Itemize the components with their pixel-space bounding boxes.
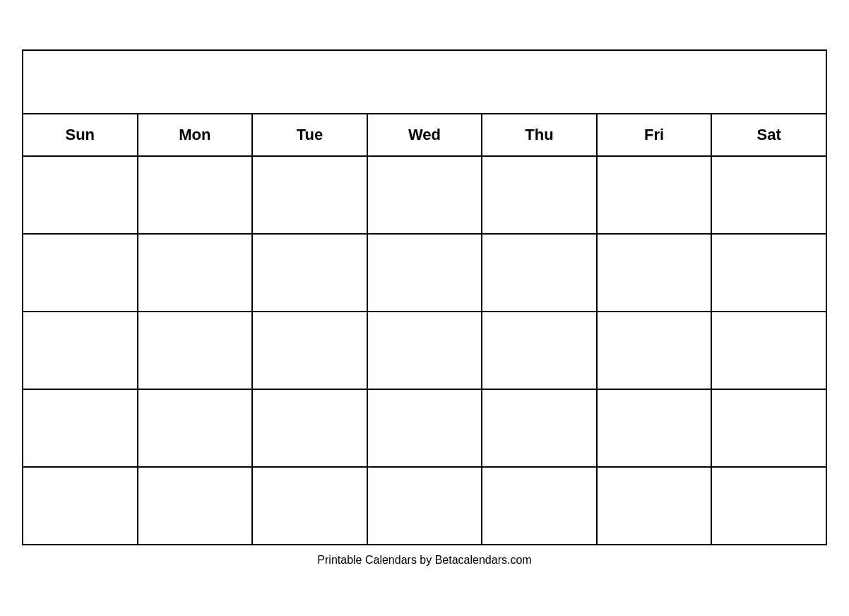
week-row-2 [23, 312, 826, 389]
day-cell-4-6[interactable] [711, 467, 826, 545]
week-row-4 [23, 467, 826, 545]
header-sat: Sat [711, 114, 826, 156]
day-cell-2-0[interactable] [23, 312, 138, 389]
day-cell-1-4[interactable] [482, 234, 597, 312]
calendar-table: Sun Mon Tue Wed Thu Fri Sat [22, 49, 827, 545]
calendar-wrapper: Sun Mon Tue Wed Thu Fri Sat Printable Ca… [22, 49, 827, 567]
day-cell-3-6[interactable] [711, 389, 826, 467]
day-cell-2-3[interactable] [367, 312, 482, 389]
day-cell-3-2[interactable] [252, 389, 367, 467]
day-cell-0-6[interactable] [711, 156, 826, 234]
day-cell-2-6[interactable] [711, 312, 826, 389]
day-cell-0-2[interactable] [252, 156, 367, 234]
day-cell-2-2[interactable] [252, 312, 367, 389]
day-cell-4-1[interactable] [138, 467, 253, 545]
day-cell-0-3[interactable] [367, 156, 482, 234]
day-cell-1-6[interactable] [711, 234, 826, 312]
day-cell-4-5[interactable] [597, 467, 712, 545]
calendar-body [23, 156, 826, 545]
day-cell-1-1[interactable] [138, 234, 253, 312]
header-mon: Mon [138, 114, 253, 156]
day-cell-0-5[interactable] [597, 156, 712, 234]
week-row-1 [23, 234, 826, 312]
day-cell-4-4[interactable] [482, 467, 597, 545]
day-cell-1-3[interactable] [367, 234, 482, 312]
day-cell-0-1[interactable] [138, 156, 253, 234]
week-row-0 [23, 156, 826, 234]
calendar-title-cell [23, 50, 826, 114]
header-thu: Thu [482, 114, 597, 156]
day-cell-3-0[interactable] [23, 389, 138, 467]
header-row: Sun Mon Tue Wed Thu Fri Sat [23, 114, 826, 156]
day-cell-1-0[interactable] [23, 234, 138, 312]
header-fri: Fri [597, 114, 712, 156]
header-sun: Sun [23, 114, 138, 156]
day-cell-4-2[interactable] [252, 467, 367, 545]
footer-text: Printable Calendars by Betacalendars.com [317, 554, 531, 567]
title-row [23, 50, 826, 114]
day-cell-0-0[interactable] [23, 156, 138, 234]
day-cell-1-2[interactable] [252, 234, 367, 312]
day-cell-4-0[interactable] [23, 467, 138, 545]
day-cell-3-4[interactable] [482, 389, 597, 467]
day-cell-3-5[interactable] [597, 389, 712, 467]
header-wed: Wed [367, 114, 482, 156]
day-cell-2-4[interactable] [482, 312, 597, 389]
day-cell-2-1[interactable] [138, 312, 253, 389]
day-cell-1-5[interactable] [597, 234, 712, 312]
day-cell-2-5[interactable] [597, 312, 712, 389]
day-cell-3-1[interactable] [138, 389, 253, 467]
day-cell-3-3[interactable] [367, 389, 482, 467]
day-cell-4-3[interactable] [367, 467, 482, 545]
day-cell-0-4[interactable] [482, 156, 597, 234]
header-tue: Tue [252, 114, 367, 156]
week-row-3 [23, 389, 826, 467]
